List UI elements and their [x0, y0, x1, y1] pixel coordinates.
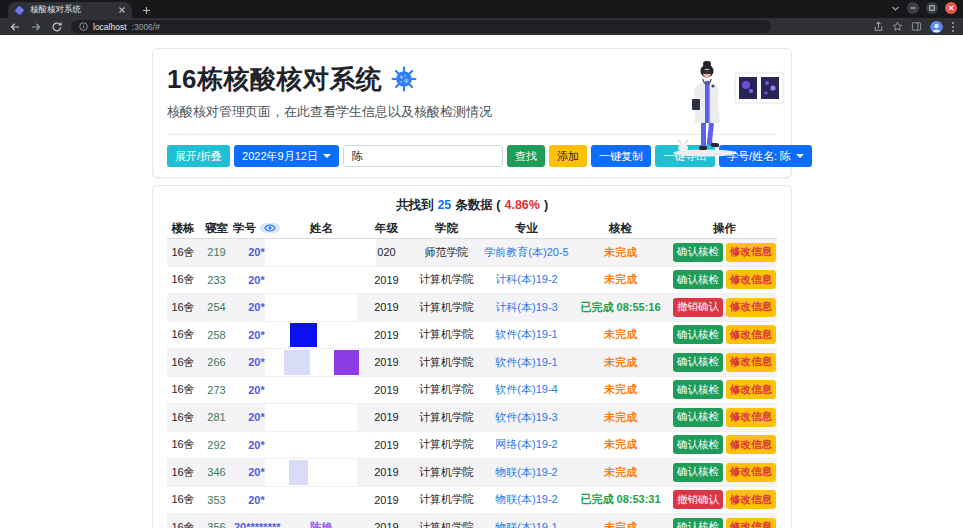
cell-grade: 2019 [364, 384, 409, 396]
confirm-check-button[interactable]: 确认核检 [673, 353, 723, 372]
maximize-button[interactable] [926, 2, 938, 14]
menu-kebab-icon[interactable] [951, 21, 955, 33]
column-header-building: 楼栋 [167, 221, 199, 236]
cell-status: 未完成 [569, 382, 672, 397]
cell-building: 16舍 [167, 492, 199, 507]
toggle-collapse-button[interactable]: 展开/折叠 [167, 145, 230, 167]
cell-college: 计算机学院 [409, 437, 484, 452]
minimize-button[interactable] [907, 2, 919, 14]
bookmark-star-icon[interactable] [892, 21, 903, 32]
edit-info-button[interactable]: 修改信息 [726, 380, 776, 399]
chevron-down-icon[interactable] [891, 4, 900, 13]
cell-major[interactable]: 软件(本)19-3 [484, 410, 569, 425]
column-header-name: 姓名 [279, 221, 364, 236]
reload-button[interactable] [50, 20, 64, 34]
confirm-check-button[interactable]: 确认核检 [673, 435, 723, 454]
cell-major[interactable]: 物联(本)19-2 [484, 492, 569, 507]
cell-major[interactable]: 计科(本)19-3 [484, 300, 569, 315]
toolbar-icons [873, 20, 955, 33]
close-button[interactable] [945, 2, 957, 14]
doctor-illustration [661, 57, 785, 163]
cell-room: 353 [199, 494, 234, 506]
browser-tab[interactable]: 核酸核对系统 [8, 2, 132, 18]
edit-info-button[interactable]: 修改信息 [726, 298, 776, 317]
cell-major[interactable]: 物联(本)19-1 [484, 520, 569, 528]
cell-building: 16舍 [167, 300, 199, 315]
cell-building: 16舍 [167, 520, 199, 528]
address-bar[interactable]: localhost :3006/# [71, 20, 771, 33]
site-info-icon[interactable] [79, 22, 88, 31]
censor-overlay [265, 239, 376, 266]
edit-info-button[interactable]: 修改信息 [726, 325, 776, 344]
revoke-check-button[interactable]: 撤销确认 [673, 490, 723, 509]
cell-name: 陈艳 [279, 514, 364, 528]
tab-close-icon[interactable] [118, 6, 126, 14]
result-count: 25 [437, 198, 451, 212]
cell-actions: 确认核检 修改信息 [672, 270, 777, 289]
cell-room: 233 [199, 274, 234, 286]
tab-strip: 核酸核对系统 [0, 0, 963, 18]
cell-grade: 2019 [364, 356, 409, 368]
confirm-check-button[interactable]: 确认核检 [673, 380, 723, 399]
cell-college: 计算机学院 [409, 355, 484, 370]
share-icon[interactable] [873, 21, 884, 32]
cell-actions: 确认核检 修改信息 [672, 353, 777, 372]
cell-major[interactable]: 软件(本)19-1 [484, 327, 569, 342]
confirm-check-button[interactable]: 确认核检 [673, 408, 723, 427]
table-row: 16舍 258 20* 2019 计算机学院 软件(本)19-1 未完成 确认核… [167, 322, 777, 350]
page-title: 16栋核酸核对系统 [167, 62, 382, 96]
censor-overlay [265, 377, 357, 404]
window-controls [891, 2, 957, 14]
edit-info-button[interactable]: 修改信息 [726, 435, 776, 454]
edit-info-button[interactable]: 修改信息 [726, 270, 776, 289]
cell-room: 281 [199, 411, 234, 423]
cell-room: 266 [199, 356, 234, 368]
edit-info-button[interactable]: 修改信息 [726, 518, 776, 528]
confirm-check-button[interactable]: 确认核检 [673, 518, 723, 528]
column-header-college: 学院 [409, 221, 484, 236]
cell-major[interactable]: 软件(本)19-4 [484, 382, 569, 397]
result-summary: 共找到25条数据 (4.86%) [167, 196, 777, 214]
confirm-check-button[interactable]: 确认核检 [673, 325, 723, 344]
cell-name [279, 349, 364, 376]
cell-major[interactable]: 网络(本)19-2 [484, 437, 569, 452]
add-button[interactable]: 添加 [549, 145, 587, 167]
caret-down-icon [796, 154, 804, 162]
find-button[interactable]: 查找 [507, 145, 545, 167]
cell-major[interactable]: 软件(本)19-1 [484, 355, 569, 370]
cell-college: 计算机学院 [409, 327, 484, 342]
table-row: 16舍 266 20* 2019 计算机学院 软件(本)19-1 未完成 确认核… [167, 349, 777, 377]
date-dropdown-button[interactable]: 2022年9月12日 [234, 145, 339, 167]
table-row: 16舍 273 20* 2019 计算机学院 软件(本)19-4 未完成 确认核… [167, 377, 777, 405]
side-panel-icon[interactable] [911, 21, 922, 32]
copy-all-button[interactable]: 一键复制 [591, 145, 651, 167]
edit-info-button[interactable]: 修改信息 [726, 490, 776, 509]
search-input[interactable] [343, 145, 503, 167]
cell-status: 已完成 08:53:31 [569, 492, 672, 507]
cell-building: 16舍 [167, 355, 199, 370]
browser-chrome: 核酸核对系统 [0, 0, 963, 35]
censor-block [334, 350, 359, 375]
edit-info-button[interactable]: 修改信息 [726, 353, 776, 372]
cell-major[interactable]: 学前教育(本)20-5 [484, 245, 569, 260]
revoke-check-button[interactable]: 撤销确认 [673, 298, 723, 317]
confirm-check-button[interactable]: 确认核检 [673, 270, 723, 289]
confirm-check-button[interactable]: 确认核检 [673, 463, 723, 482]
forward-button[interactable] [29, 20, 43, 34]
cell-name [279, 459, 364, 486]
cell-major[interactable]: 物联(本)19-2 [484, 465, 569, 480]
confirm-check-button[interactable]: 确认核检 [673, 243, 723, 262]
cell-college: 计算机学院 [409, 300, 484, 315]
cell-room: 258 [199, 329, 234, 341]
edit-info-button[interactable]: 修改信息 [726, 408, 776, 427]
profile-avatar[interactable] [930, 20, 943, 33]
cell-actions: 撤销确认 修改信息 [672, 490, 777, 509]
edit-info-button[interactable]: 修改信息 [726, 463, 776, 482]
cell-major[interactable]: 计科(本)19-2 [484, 272, 569, 287]
censor-block [290, 323, 317, 348]
sid-visibility-toggle[interactable] [260, 223, 280, 233]
table-row: 16舍 353 20* 2019 计算机学院 物联(本)19-2 已完成 08:… [167, 487, 777, 515]
edit-info-button[interactable]: 修改信息 [726, 243, 776, 262]
new-tab-button[interactable] [138, 2, 154, 18]
back-button[interactable] [8, 20, 22, 34]
